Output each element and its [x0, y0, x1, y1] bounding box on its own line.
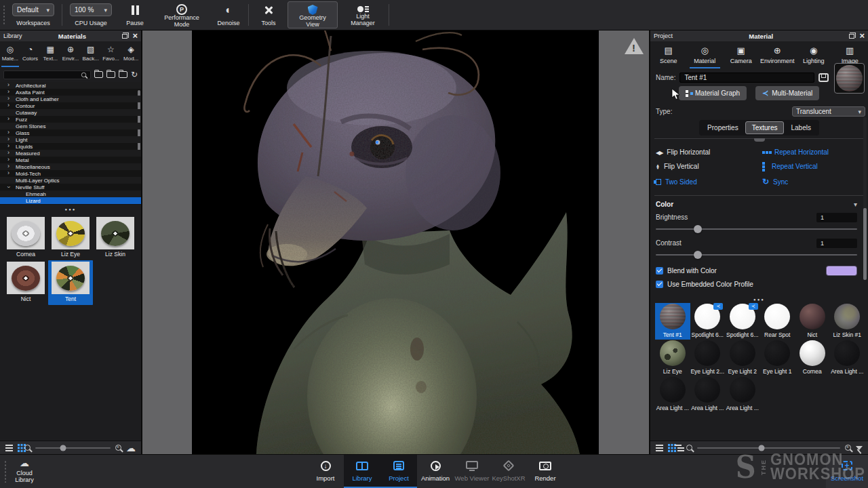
performance-mode-button[interactable]: Performance Mode — [153, 0, 211, 30]
import-button[interactable]: Import — [307, 455, 344, 488]
scene-material-thumbnail[interactable]: Spotlight 6... — [725, 303, 760, 340]
slider-knob[interactable] — [694, 251, 702, 259]
tree-item[interactable]: › Architectural — [0, 82, 141, 89]
pause-button[interactable]: Pause — [117, 0, 153, 30]
cloud-upload-icon[interactable] — [126, 443, 136, 453]
tree-item[interactable]: › Contour — [0, 102, 141, 109]
tree-item[interactable]: › Neville Stuff — [0, 184, 141, 190]
textures-tab[interactable]: ▦ Text... — [40, 43, 60, 67]
realtime-render-viewport[interactable] — [192, 30, 599, 454]
tree-item[interactable]: › Glass — [0, 129, 141, 136]
blend-color-swatch[interactable] — [826, 266, 857, 276]
material-thumbnail[interactable]: Nict — [3, 260, 48, 305]
denoise-button[interactable]: Denoise — [211, 0, 246, 30]
animation-button[interactable]: Animation — [417, 455, 454, 488]
tree-item[interactable]: › Fuzz — [0, 116, 141, 123]
expand-arrow-icon[interactable]: › — [7, 102, 9, 108]
flip-vertical-toggle[interactable]: Flip Vertical — [656, 163, 762, 170]
geometry-view-button[interactable]: Geometry View — [288, 1, 338, 28]
screenshot-button[interactable]: Screenshot — [826, 455, 868, 488]
color-section-header[interactable]: Color — [656, 199, 863, 209]
toolbar-drag-handle[interactable] — [3, 5, 5, 25]
scene-material-thumbnail[interactable]: Tent #1 — [655, 303, 690, 340]
cpu-usage-dropdown[interactable]: 100 % — [70, 3, 112, 16]
tree-item[interactable]: › Light — [0, 136, 141, 143]
expand-arrow-icon[interactable]: › — [7, 163, 9, 169]
list-view-icon[interactable] — [5, 445, 13, 446]
project-dock-button[interactable]: Project — [380, 455, 417, 488]
zoom-in-icon[interactable] — [845, 445, 851, 451]
scrollbar-thumb[interactable] — [863, 208, 867, 280]
properties-scrollbar[interactable] — [863, 117, 867, 280]
expand-arrow-icon[interactable]: › — [7, 136, 9, 142]
tree-item[interactable]: Lizard — [0, 197, 141, 204]
export-folder-icon[interactable] — [119, 71, 127, 78]
tree-item[interactable]: › Metal — [0, 157, 141, 163]
slider-knob[interactable] — [694, 225, 702, 233]
tree-item[interactable]: Ehmeah — [0, 190, 141, 197]
zoom-in-icon[interactable] — [115, 445, 121, 451]
library-dock-button[interactable]: Library — [344, 455, 380, 488]
dock-drag-handle[interactable] — [4, 460, 7, 483]
environment-tab[interactable]: ⊕ Environment — [760, 44, 796, 68]
hierarchy-view-icon[interactable] — [675, 445, 682, 446]
close-panel-icon[interactable] — [132, 33, 138, 40]
tools-button[interactable]: Tools — [251, 0, 286, 30]
expand-arrow-icon[interactable]: › — [5, 186, 12, 188]
material-thumbnail[interactable]: Tent — [48, 260, 93, 305]
contrast-value[interactable]: 1 — [816, 239, 857, 248]
environments-tab[interactable]: ⊕ Envir... — [60, 43, 81, 67]
zoom-out-icon[interactable] — [686, 445, 692, 451]
cloud-library-button[interactable]: Cloud Library — [9, 457, 39, 484]
add-folder-icon[interactable] — [94, 71, 103, 78]
scene-material-thumbnail[interactable]: Area Light ... — [655, 376, 690, 413]
blend-with-color-checkbox[interactable] — [656, 267, 663, 274]
grid-view-icon[interactable] — [18, 444, 20, 446]
scene-tab[interactable]: ▤ Scene — [650, 44, 687, 68]
brightness-slider[interactable] — [656, 224, 857, 234]
embedded-profile-checkbox[interactable] — [656, 281, 663, 288]
web-viewer-button[interactable]: Web Viewer — [454, 455, 490, 488]
scene-material-thumbnail[interactable]: Nict — [795, 303, 830, 340]
section-divider[interactable] — [654, 138, 864, 139]
backplates-tab[interactable]: ▧ Back... — [81, 43, 101, 67]
import-folder-icon[interactable] — [106, 71, 115, 78]
material-thumbnail[interactable]: Liz Skin — [93, 216, 138, 260]
tree-item[interactable]: › Measured — [0, 150, 141, 157]
filter-icon[interactable] — [856, 446, 863, 450]
render-button[interactable]: Render — [527, 455, 564, 488]
subtab[interactable]: Textures — [745, 121, 785, 134]
zoom-out-icon[interactable] — [24, 445, 31, 451]
repeat-horizontal-toggle[interactable]: Repeat Horizontal — [762, 148, 863, 156]
brightness-value[interactable]: 1 — [816, 213, 857, 222]
detach-panel-icon[interactable] — [122, 34, 127, 39]
scene-material-thumbnail[interactable]: Eye Light 2... — [690, 340, 726, 376]
slider-knob[interactable] — [60, 445, 66, 451]
multi-material-button[interactable]: Multi-Material — [755, 86, 819, 100]
scene-material-thumbnail[interactable]: Liz Skin #1 — [830, 303, 865, 340]
detach-panel-icon[interactable] — [849, 34, 854, 39]
scene-material-thumbnail[interactable]: Cornea — [795, 340, 830, 376]
slider-knob[interactable] — [758, 445, 764, 451]
splitter-handle[interactable] — [0, 205, 141, 211]
expand-arrow-icon[interactable]: › — [7, 88, 9, 95]
expand-arrow-icon[interactable]: › — [7, 142, 9, 149]
colors-tab[interactable]: ◔ Colors — [20, 43, 41, 67]
sync-toggle[interactable]: Sync — [762, 177, 863, 186]
tree-item[interactable]: Cutaway — [0, 109, 141, 116]
expand-arrow-icon[interactable]: › — [7, 149, 9, 156]
scene-material-thumbnail[interactable]: Rear Spot — [760, 303, 795, 340]
favorites-tab[interactable]: ☆ Favo... — [101, 43, 121, 67]
thumbnail-size-slider[interactable] — [697, 447, 840, 449]
thumbnail-size-slider[interactable] — [35, 447, 111, 449]
expand-arrow-icon[interactable]: › — [7, 95, 9, 102]
scene-material-thumbnail[interactable]: Eye Light 1 — [760, 340, 795, 376]
save-material-icon[interactable] — [818, 73, 829, 82]
expand-arrow-icon[interactable]: › — [7, 169, 9, 176]
light-manager-button[interactable]: Light Manager — [339, 0, 387, 30]
material-graph-button[interactable]: Material Graph — [679, 86, 747, 100]
repeat-vertical-toggle[interactable]: Repeat Vertical — [762, 163, 863, 170]
flip-horizontal-toggle[interactable]: Flip Horizontal — [656, 148, 762, 156]
two-sided-toggle[interactable]: Two Sided — [656, 177, 762, 186]
scene-material-thumbnail[interactable]: Area Light ... — [725, 376, 760, 413]
